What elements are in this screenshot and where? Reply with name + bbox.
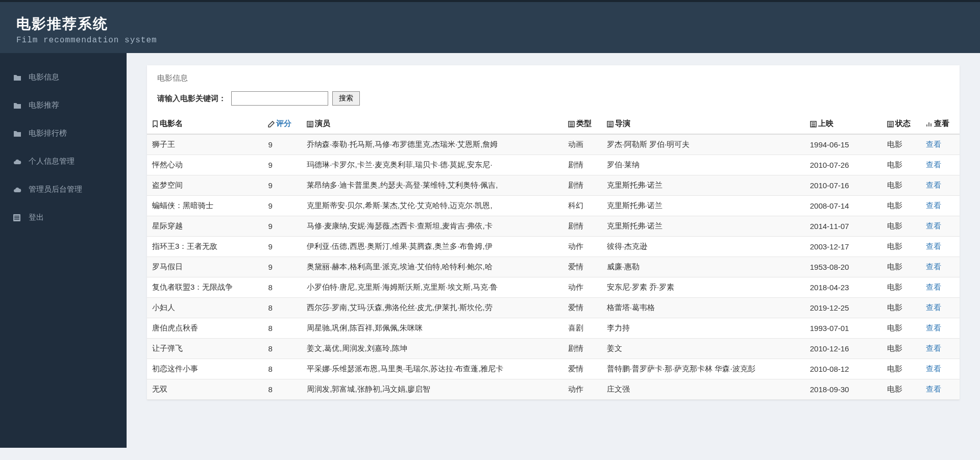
cell-director: 格蕾塔·葛韦格	[602, 298, 805, 318]
view-link[interactable]: 查看	[926, 364, 941, 373]
cell-name: 罗马假日	[147, 257, 263, 277]
cell-score: 9	[263, 196, 302, 216]
cell-type: 爱情	[563, 298, 602, 318]
cell-type: 动作	[563, 379, 602, 400]
cell-status: 电影	[882, 257, 921, 277]
sidebar-item-4[interactable]: 管理员后台管理	[0, 175, 127, 203]
cell-score: 9	[263, 216, 302, 237]
col-type: 类型	[563, 114, 602, 134]
movie-table: 电影名 评分 演员 类型 导演 上映 状态 查看 狮子王9乔纳森·泰勒·托马斯,…	[147, 114, 960, 400]
svg-rect-2	[14, 217, 19, 218]
cell-actor: 姜文,葛优,周润发,刘嘉玲,陈坤	[302, 339, 563, 359]
cell-status: 电影	[882, 196, 921, 216]
cell-score: 8	[263, 359, 302, 379]
cell-status: 电影	[882, 277, 921, 298]
cell-score: 9	[263, 257, 302, 277]
table-row: 初恋这件小事8平采娜·乐维瑟派布恩,马里奥·毛瑞尔,苏达拉·布查蓬,雅尼卡爱情普…	[147, 359, 960, 379]
view-link[interactable]: 查看	[926, 283, 941, 291]
table-row: 复仇者联盟3：无限战争8小罗伯特·唐尼,克里斯·海姆斯沃斯,克里斯·埃文斯,马克…	[147, 277, 960, 298]
cell-type: 动作	[563, 277, 602, 298]
view-link[interactable]: 查看	[926, 303, 941, 312]
sidebar-item-label: 登出	[29, 213, 44, 222]
cell-status: 电影	[882, 134, 921, 155]
view-link[interactable]: 查看	[926, 181, 941, 189]
header: 电影推荐系统 Film recommendation system	[0, 2, 980, 53]
cell-name: 怦然心动	[147, 155, 263, 175]
cell-score: 8	[263, 277, 302, 298]
cell-actor: 乔纳森·泰勒·托马斯,马修·布罗德里克,杰瑞米·艾恩斯,詹姆	[302, 134, 563, 155]
cell-actor: 莱昂纳多·迪卡普里奥,约瑟夫·高登·莱维特,艾利奥特·佩吉,	[302, 175, 563, 196]
layout: 电影信息电影推荐电影排行榜个人信息管理管理员后台管理登出 电影信息 请输入电影关…	[0, 53, 980, 448]
cell-status: 电影	[882, 155, 921, 175]
cell-release: 2010-08-12	[805, 359, 883, 379]
cell-release: 1993-07-01	[805, 318, 883, 339]
cell-score: 8	[263, 318, 302, 339]
table-row: 唐伯虎点秋香8周星驰,巩俐,陈百祥,郑佩佩,朱咪咪喜剧李力持1993-07-01…	[147, 318, 960, 339]
sidebar-item-5[interactable]: 登出	[0, 203, 127, 232]
cell-score: 9	[263, 237, 302, 257]
cell-actor: 周润发,郭富城,张静初,冯文娟,廖启智	[302, 379, 563, 400]
view-link[interactable]: 查看	[926, 262, 941, 271]
view-link[interactable]: 查看	[926, 201, 941, 210]
cell-actor: 平采娜·乐维瑟派布恩,马里奥·毛瑞尔,苏达拉·布查蓬,雅尼卡	[302, 359, 563, 379]
cell-director: 克里斯托弗·诺兰	[602, 216, 805, 237]
cell-status: 电影	[882, 298, 921, 318]
folder-icon	[13, 102, 22, 109]
view-link[interactable]: 查看	[926, 140, 941, 148]
cell-director: 罗伯·莱纳	[602, 155, 805, 175]
cell-actor: 小罗伯特·唐尼,克里斯·海姆斯沃斯,克里斯·埃文斯,马克·鲁	[302, 277, 563, 298]
cell-type: 科幻	[563, 196, 602, 216]
search-button[interactable]: 搜索	[332, 91, 360, 106]
table-row: 罗马假日9奥黛丽·赫本,格利高里·派克,埃迪·艾伯特,哈特利·鲍尔,哈爱情威廉·…	[147, 257, 960, 277]
col-status: 状态	[882, 114, 921, 134]
view-link[interactable]: 查看	[926, 221, 941, 230]
main: 电影信息 请输入电影关键词： 搜索 电影名 评分 演员 类型 导	[127, 53, 980, 448]
col-score: 评分	[263, 114, 302, 134]
table-row: 星际穿越9马修·麦康纳,安妮·海瑟薇,杰西卡·查斯坦,麦肯吉·弗依,卡剧情克里斯…	[147, 216, 960, 237]
cell-status: 电影	[882, 359, 921, 379]
panel: 电影信息 请输入电影关键词： 搜索 电影名 评分 演员 类型 导	[147, 65, 960, 400]
col-director: 导演	[602, 114, 805, 134]
sidebar-item-2[interactable]: 电影排行榜	[0, 119, 127, 147]
cell-director: 李力持	[602, 318, 805, 339]
cell-score: 9	[263, 155, 302, 175]
app-subtitle: Film recommendation system	[16, 36, 964, 45]
cloud-icon	[13, 159, 22, 165]
cell-director: 克里斯托弗·诺兰	[602, 175, 805, 196]
search-input[interactable]	[231, 91, 328, 106]
list-icon	[810, 121, 817, 127]
sidebar-item-1[interactable]: 电影推荐	[0, 91, 127, 119]
sidebar-item-label: 电影信息	[29, 72, 59, 82]
view-link[interactable]: 查看	[926, 344, 941, 352]
cell-director: 安东尼·罗素 乔·罗素	[602, 277, 805, 298]
cell-type: 喜剧	[563, 318, 602, 339]
cell-status: 电影	[882, 318, 921, 339]
view-link[interactable]: 查看	[926, 242, 941, 250]
cell-score: 8	[263, 339, 302, 359]
table-row: 小妇人8西尔莎·罗南,艾玛·沃森,弗洛伦丝·皮尤,伊莱扎·斯坎伦,劳爱情格蕾塔·…	[147, 298, 960, 318]
sidebar-item-label: 个人信息管理	[29, 157, 75, 166]
view-link[interactable]: 查看	[926, 160, 941, 169]
cell-release: 2019-12-25	[805, 298, 883, 318]
sidebar-item-3[interactable]: 个人信息管理	[0, 147, 127, 175]
cell-release: 2018-09-30	[805, 379, 883, 400]
view-link[interactable]: 查看	[926, 385, 941, 393]
table-row: 让子弹飞8姜文,葛优,周润发,刘嘉玲,陈坤剧情姜文2010-12-16电影查看	[147, 339, 960, 359]
cell-release: 1953-08-20	[805, 257, 883, 277]
cell-director: 克里斯托弗·诺兰	[602, 196, 805, 216]
sidebar-item-label: 管理员后台管理	[29, 185, 82, 194]
cell-name: 指环王3：王者无敌	[147, 237, 263, 257]
cell-score: 8	[263, 379, 302, 400]
view-link[interactable]: 查看	[926, 323, 941, 332]
table-row: 怦然心动9玛德琳·卡罗尔,卡兰·麦克奥利菲,瑞贝卡·德·莫妮,安东尼·剧情罗伯·…	[147, 155, 960, 175]
cell-director: 普特鹏·普罗萨卡·那·萨克那卡林 华森·波克彭	[602, 359, 805, 379]
search-label: 请输入电影关键词：	[157, 94, 226, 104]
cell-status: 电影	[882, 379, 921, 400]
sidebar-item-0[interactable]: 电影信息	[0, 63, 127, 91]
cell-status: 电影	[882, 237, 921, 257]
sidebar-item-label: 电影推荐	[29, 100, 59, 110]
search-row: 请输入电影关键词： 搜索	[147, 91, 960, 114]
cell-name: 唐伯虎点秋香	[147, 318, 263, 339]
list-icon	[307, 121, 313, 127]
cell-actor: 奥黛丽·赫本,格利高里·派克,埃迪·艾伯特,哈特利·鲍尔,哈	[302, 257, 563, 277]
